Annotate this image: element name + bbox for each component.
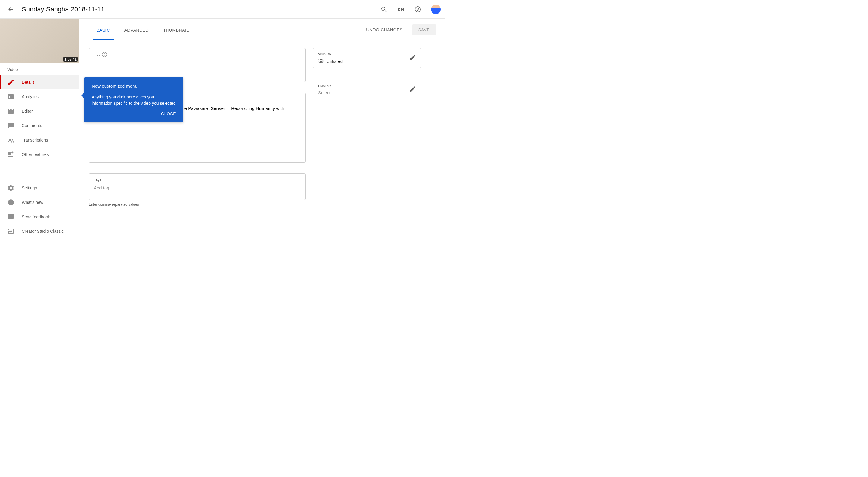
search-icon (380, 6, 388, 13)
sidebar-item-label: Settings (22, 185, 37, 190)
visibility-value: Unlisted (327, 59, 343, 64)
pencil-icon (409, 54, 416, 61)
sidebar-item-label: Transcriptions (22, 138, 48, 142)
sidebar-item-whats-new[interactable]: What's new (0, 195, 79, 210)
gear-icon (7, 184, 14, 192)
sidebar-item-comments[interactable]: Comments (0, 118, 79, 133)
analytics-icon (7, 93, 14, 100)
sidebar-item-feedback[interactable]: Send feedback (0, 210, 79, 224)
tags-label: Tags (94, 177, 101, 181)
title-field[interactable]: Title ? (89, 48, 306, 82)
announcement-icon (7, 199, 14, 206)
playlists-card[interactable]: Playlists Select (313, 81, 421, 99)
translate-icon (7, 136, 14, 144)
tab-thumbnail[interactable]: THUMBNAIL (163, 19, 189, 40)
search-button[interactable] (378, 3, 390, 15)
tooltip-close-button[interactable]: CLOSE (92, 111, 176, 116)
comments-icon (7, 122, 14, 129)
sidebar-item-editor[interactable]: Editor (0, 104, 79, 118)
tags-hint: Enter comma-separated values (89, 202, 306, 207)
header: Sunday Sangha 2018-11-11 (0, 0, 445, 19)
tabs-bar: BASIC ADVANCED THUMBNAIL UNDO CHANGES SA… (79, 19, 445, 41)
features-icon (7, 151, 14, 158)
playlists-value: Select (318, 90, 409, 95)
tooltip-title: New customized menu (92, 83, 176, 89)
sidebar-item-analytics[interactable]: Analytics (0, 90, 79, 104)
sidebar-item-label: Send feedback (22, 214, 50, 219)
tab-basic[interactable]: BASIC (96, 19, 110, 40)
sidebar-item-label: Details (22, 80, 35, 84)
sidebar-item-label: What's new (22, 200, 43, 205)
back-button[interactable] (5, 3, 17, 15)
sidebar-item-classic[interactable]: Creator Studio Classic (0, 224, 79, 238)
sidebar-item-label: Comments (22, 123, 42, 128)
tags-field[interactable]: Tags Add tag (89, 173, 306, 200)
sidebar-item-label: Editor (22, 109, 33, 113)
sidebar-item-label: Creator Studio Classic (22, 229, 64, 234)
editor-icon (7, 107, 14, 115)
help-icon (414, 6, 421, 13)
edit-visibility-button[interactable] (409, 54, 416, 62)
save-button[interactable]: SAVE (412, 24, 436, 35)
sidebar-item-other-features[interactable]: Other features (0, 147, 79, 162)
main: BASIC ADVANCED THUMBNAIL UNDO CHANGES SA… (79, 19, 445, 238)
video-duration: 1:57:41 (63, 57, 78, 62)
edit-playlists-button[interactable] (409, 86, 416, 94)
visibility-label: Visibility (318, 52, 409, 56)
sidebar: 1:57:41 Video Details Analytics Editor C… (0, 19, 79, 238)
sidebar-item-transcriptions[interactable]: Transcriptions (0, 133, 79, 147)
pencil-icon (7, 78, 14, 86)
exit-icon (7, 228, 14, 235)
avatar[interactable] (431, 4, 441, 14)
arrow-back-icon (7, 6, 14, 13)
sidebar-item-label: Analytics (22, 94, 38, 99)
title-label: Title (94, 53, 100, 57)
page-title: Sunday Sangha 2018-11-11 (22, 5, 378, 13)
video-thumbnail[interactable]: 1:57:41 (0, 19, 79, 63)
pencil-icon (409, 86, 416, 93)
playlists-label: Playlists (318, 84, 409, 88)
sidebar-item-details[interactable]: Details (0, 75, 79, 90)
tooltip-text: Anything you click here gives you inform… (92, 94, 176, 107)
onboarding-tooltip: New customized menu Anything you click h… (84, 77, 183, 122)
video-plus-icon (397, 6, 404, 13)
tab-advanced[interactable]: ADVANCED (124, 19, 149, 40)
sidebar-item-label: Other features (22, 152, 49, 157)
help-button[interactable] (412, 3, 424, 15)
visibility-card[interactable]: Visibility Unlisted (313, 48, 421, 68)
help-icon[interactable]: ? (102, 52, 107, 57)
sidebar-section-label: Video (0, 63, 79, 75)
header-actions (378, 3, 441, 15)
create-button[interactable] (395, 3, 407, 15)
visibility-off-icon (318, 58, 324, 64)
undo-changes-button[interactable]: UNDO CHANGES (361, 25, 407, 35)
tags-placeholder: Add tag (94, 181, 301, 190)
feedback-icon (7, 213, 14, 220)
sidebar-item-settings[interactable]: Settings (0, 181, 79, 195)
